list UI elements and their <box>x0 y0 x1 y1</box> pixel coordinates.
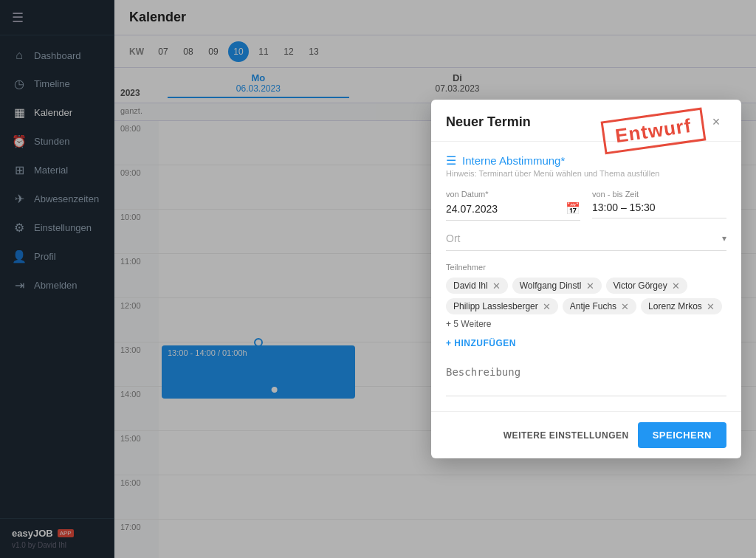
beschreibung-field <box>446 363 726 399</box>
chip-wolfgang-dinstl: Wolfgang Dinstl ✕ <box>512 278 602 294</box>
speichern-button[interactable]: SPEICHERN <box>638 422 726 448</box>
remove-antje[interactable]: ✕ <box>621 302 629 311</box>
chevron-down-icon: ▾ <box>722 233 726 244</box>
ort-placeholder: Ort <box>446 232 460 244</box>
modal-title: Neuer Termin <box>446 114 531 130</box>
chip-lorenz: Lorenz Mrkos ✕ <box>641 298 722 314</box>
teilnehmer-label: Teilnehmer <box>446 263 726 272</box>
chip-label: Wolfgang Dinstl <box>520 280 582 291</box>
remove-david-ihl[interactable]: ✕ <box>492 281 501 291</box>
modal-overlay: Neuer Termin × Entwurf ☰ Interne Abstimm… <box>0 0 756 558</box>
remove-philipp[interactable]: ✕ <box>543 302 551 311</box>
date-label: von Datum* <box>446 190 580 199</box>
modal-header: Neuer Termin × <box>431 100 741 142</box>
teilnehmer-row: Teilnehmer David Ihl ✕ Wolfgang Dinstl ✕… <box>446 263 726 351</box>
modal-close-button[interactable]: × <box>706 111 726 132</box>
appointment-hint: Hinweis: Terminart über Menü wählen und … <box>446 169 726 178</box>
more-badge: + 5 Weitere <box>446 319 491 329</box>
time-label: von - bis Zeit <box>592 190 726 199</box>
time-field[interactable]: 13:00 – 15:30 <box>592 202 726 218</box>
add-teilnehmer-button[interactable]: + HINZUFÜGEN <box>446 335 516 351</box>
time-field-wrapper: von - bis Zeit 13:00 – 15:30 <box>592 190 726 221</box>
date-field-wrapper: von Datum* 24.07.2023 📅 <box>446 190 580 221</box>
modal-footer: WEITERE EINSTELLUNGEN SPEICHERN <box>431 411 741 458</box>
ort-field[interactable]: Ort ▾ <box>446 232 726 251</box>
time-value: 13:00 – 15:30 <box>592 202 656 213</box>
remove-wolfgang-dinstl[interactable]: ✕ <box>586 281 594 291</box>
list-icon: ☰ <box>446 154 456 168</box>
chip-victor-gorgey: Victor Görgey ✕ <box>606 278 687 294</box>
appointment-type-row: ☰ Interne Abstimmung* Hinweis: Terminart… <box>446 154 726 178</box>
chip-label: Antje Fuchs <box>570 301 616 311</box>
date-time-row: von Datum* 24.07.2023 📅 von - bis Zeit 1… <box>446 190 726 221</box>
appointment-type: ☰ Interne Abstimmung* <box>446 154 726 168</box>
chip-antje: Antje Fuchs ✕ <box>563 298 636 314</box>
modal: Neuer Termin × Entwurf ☰ Interne Abstimm… <box>431 100 741 458</box>
chip-label: Victor Görgey <box>614 280 667 291</box>
chip-david-ihl: David Ihl ✕ <box>446 278 508 294</box>
beschreibung-input[interactable] <box>446 363 726 396</box>
chip-label: David Ihl <box>453 280 488 291</box>
date-value: 24.07.2023 <box>446 203 560 215</box>
chip-philipp: Philipp Lasslesberger ✕ <box>446 298 558 314</box>
appointment-type-label: Interne Abstimmung* <box>462 154 565 167</box>
remove-victor-gorgey[interactable]: ✕ <box>672 281 680 291</box>
chip-label: Philipp Lasslesberger <box>453 301 538 311</box>
modal-body: ☰ Interne Abstimmung* Hinweis: Terminart… <box>431 142 741 411</box>
more-label: + 5 Weitere <box>446 319 491 329</box>
remove-lorenz[interactable]: ✕ <box>707 302 715 311</box>
date-field[interactable]: 24.07.2023 📅 <box>446 202 580 221</box>
calendar-icon: 📅 <box>566 202 580 216</box>
chip-label: Lorenz Mrkos <box>648 301 702 311</box>
teilnehmer-chips: David Ihl ✕ Wolfgang Dinstl ✕ Victor Gör… <box>446 278 726 329</box>
weiteres-einstellungen-button[interactable]: WEITERE EINSTELLUNGEN <box>504 430 629 441</box>
